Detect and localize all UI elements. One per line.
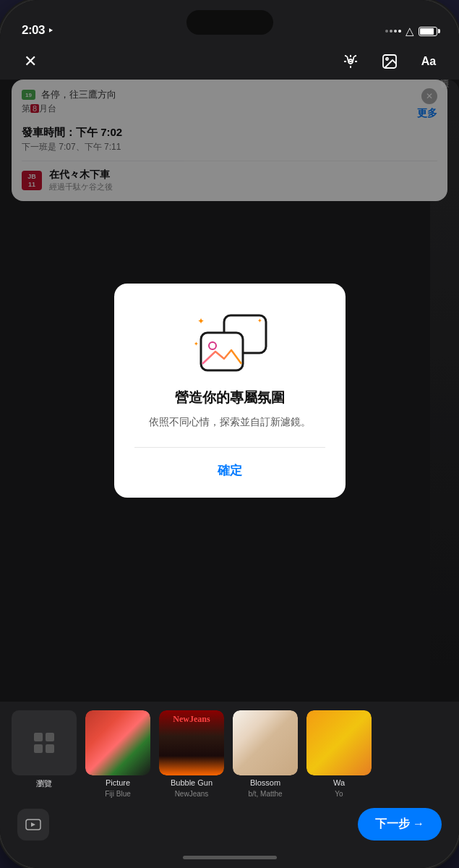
svg-text:✦: ✦ — [257, 318, 262, 324]
modal-card: ✦ ✦ ✦ 營造你的專屬氛圍 依照不同心情，探索並 — [114, 284, 346, 498]
svg-rect-9 — [34, 733, 43, 741]
svg-text:✦: ✦ — [194, 341, 199, 347]
phone-frame: 2:03 ‣ △ ✕ — [0, 0, 459, 868]
modal-overlay: ✦ ✦ ✦ 營造你的專屬氛圍 依照不同心情，探索並 — [0, 80, 459, 702]
blossom-title: Blossom — [250, 778, 280, 787]
svg-rect-11 — [34, 744, 43, 753]
filter-icon[interactable] — [338, 48, 364, 75]
browse-thumb — [12, 710, 77, 775]
music-item-bubblegum[interactable]: NewJeans Bubble Gun NewJeans — [159, 710, 224, 798]
svg-rect-12 — [46, 744, 54, 753]
music-item-picture[interactable]: Picture Fiji Blue — [85, 710, 150, 798]
svg-rect-10 — [46, 733, 54, 741]
picture-sub: Fiji Blue — [105, 790, 131, 798]
dynamic-island — [186, 10, 273, 35]
music-items-row: 瀏覽 Picture Fiji Blue NewJeans — [0, 710, 459, 798]
main-content: 19 各停，往三鷹方向 第8月台 ✕ 更多 發車時間：下午 7:02 下 — [0, 80, 459, 702]
picture-title: Picture — [106, 778, 130, 787]
item4-thumb — [306, 710, 372, 775]
bottom-area: 瀏覽 Picture Fiji Blue NewJeans — [0, 702, 459, 846]
status-icons: △ — [385, 25, 437, 38]
media-icon[interactable] — [17, 809, 49, 841]
blossom-thumb — [233, 710, 298, 775]
music-item-browse[interactable]: 瀏覽 — [12, 710, 77, 798]
item4-sub: Yo — [335, 790, 343, 798]
home-indicator — [0, 846, 459, 868]
close-button[interactable]: ✕ — [17, 48, 43, 75]
svg-text:✦: ✦ — [197, 316, 205, 326]
modal-icon-svg: ✦ ✦ ✦ — [194, 310, 273, 378]
modal-description: 依照不同心情，探索並自訂新濾鏡。 — [149, 414, 311, 430]
nj-text: NewJeans — [173, 715, 210, 723]
text-format-icon[interactable]: Aa — [416, 48, 442, 75]
top-toolbar: ✕ Aa — [0, 43, 459, 80]
bubblegum-thumb: NewJeans — [159, 710, 224, 775]
next-button[interactable]: 下一步 → — [358, 808, 442, 841]
toolbar-right: Aa — [338, 48, 442, 75]
svg-point-2 — [386, 58, 388, 60]
bubblegum-sub: NewJeans — [175, 790, 209, 798]
music-item-blossom[interactable]: Blossom b/t, Matthe — [233, 710, 298, 798]
blossom-sub: b/t, Matthe — [248, 790, 282, 798]
home-bar — [183, 856, 277, 859]
item4-title: Wa — [333, 778, 345, 787]
modal-icon-area: ✦ ✦ ✦ — [194, 310, 266, 375]
picture-thumb — [85, 710, 150, 775]
time-display: 2:03 — [22, 23, 45, 37]
music-item-4[interactable]: Wa Yo — [306, 710, 372, 798]
image-icon[interactable] — [377, 48, 403, 75]
browse-label: 瀏覽 — [36, 778, 52, 789]
svg-rect-4 — [201, 333, 243, 370]
bubblegum-title: Bubble Gun — [171, 778, 213, 787]
status-time: 2:03 ‣ — [22, 23, 53, 38]
signal-dots — [385, 30, 401, 33]
phone-screen: 2:03 ‣ △ ✕ — [0, 0, 459, 868]
modal-divider — [134, 447, 325, 448]
modal-title: 營造你的專屬氛圍 — [175, 389, 285, 407]
bottom-bar: 下一步 → — [0, 798, 459, 846]
modal-confirm-button[interactable]: 確定 — [134, 458, 325, 483]
battery-icon — [419, 27, 437, 36]
wifi-icon: △ — [406, 25, 414, 38]
location-icon: ‣ — [48, 25, 53, 36]
